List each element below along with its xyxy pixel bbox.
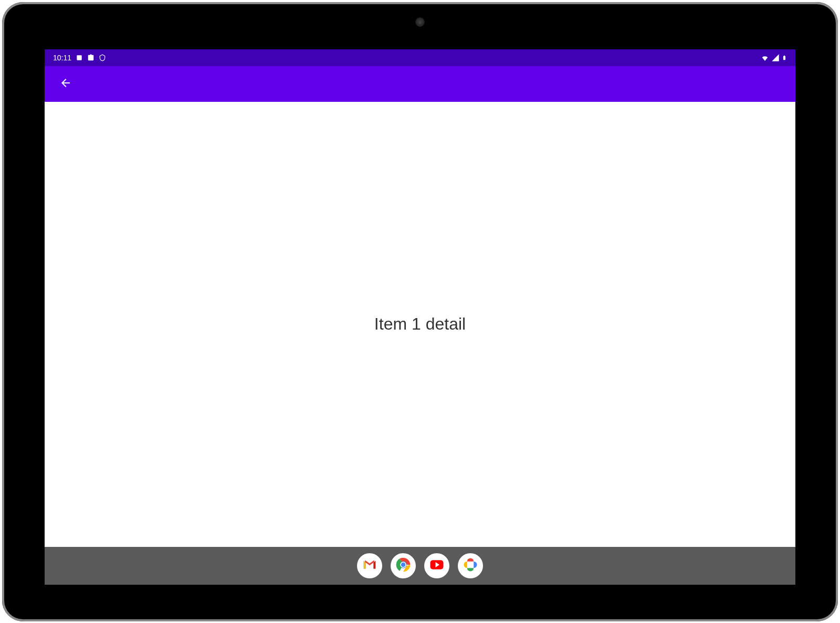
front-camera (415, 17, 425, 27)
detail-text: Item 1 detail (374, 314, 466, 334)
back-button[interactable] (55, 73, 76, 94)
app-notification-icon (76, 54, 83, 61)
content-area: Item 1 detail (45, 102, 795, 547)
taskbar-app-youtube[interactable] (424, 553, 449, 578)
screen: 10:11 (45, 49, 795, 585)
status-bar-right (761, 54, 787, 62)
gmail-icon (362, 557, 377, 575)
taskbar-app-gmail[interactable] (357, 553, 382, 578)
svg-rect-0 (77, 55, 81, 60)
signal-icon (771, 54, 780, 62)
status-time: 10:11 (53, 54, 71, 62)
status-bar-left: 10:11 (53, 54, 106, 62)
wifi-icon (761, 54, 769, 62)
taskbar-app-chrome[interactable] (391, 553, 416, 578)
status-bar: 10:11 (45, 49, 795, 66)
taskbar-app-photos[interactable] (458, 553, 483, 578)
shield-icon (99, 54, 106, 61)
youtube-icon (429, 557, 445, 575)
arrow-back-icon (59, 77, 72, 91)
battery-icon (782, 54, 787, 62)
clipboard-icon (87, 54, 94, 61)
chrome-icon (393, 554, 414, 577)
app-bar (45, 66, 795, 102)
tablet-device-frame: 10:11 (2, 2, 838, 621)
photos-icon (463, 557, 478, 575)
taskbar (45, 547, 795, 585)
